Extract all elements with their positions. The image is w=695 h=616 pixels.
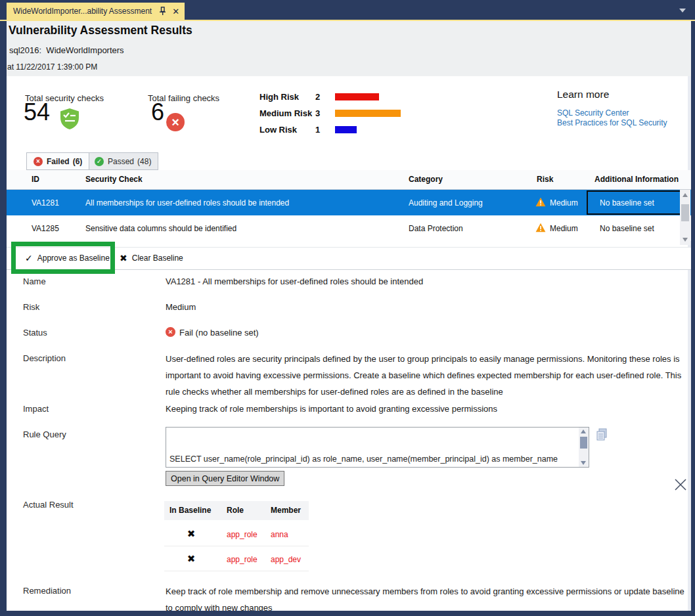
- medium-risk-count: 3: [315, 108, 320, 118]
- server-database-label: sql2016: WideWorldImporters: [9, 45, 124, 55]
- link-best-practices[interactable]: Best Practices for SQL Security: [557, 118, 667, 127]
- shield-checklist-icon: [59, 108, 80, 130]
- tab-close-icon[interactable]: ✕: [172, 7, 179, 16]
- failed-circle-icon: ×: [34, 157, 43, 166]
- not-in-baseline-x-icon: ✖: [181, 528, 201, 540]
- tab-failed[interactable]: × Failed (6): [26, 152, 89, 170]
- col-id[interactable]: ID: [32, 175, 39, 184]
- low-risk-count: 1: [315, 125, 320, 135]
- failing-checks-value: 6: [151, 99, 164, 126]
- clear-baseline-label: Clear Baseline: [132, 253, 183, 263]
- assessment-document: Vulnerability Assessment Results sql2016…: [7, 21, 691, 611]
- low-risk-bar: [335, 126, 357, 133]
- copy-icon[interactable]: [596, 428, 608, 441]
- result-member: anna: [271, 530, 288, 539]
- result-member: app_dev: [271, 555, 301, 564]
- high-risk-bar: [335, 93, 379, 100]
- result-table-header: In Baseline Role Member: [164, 501, 309, 520]
- annotation-highlight-box: [11, 242, 115, 274]
- cell-category: Data Protection: [409, 224, 463, 233]
- risk-value: Medium: [166, 302, 196, 312]
- tab-passed[interactable]: ✓ Passed (48): [87, 152, 158, 170]
- document-tab[interactable]: WideWorldImporter...ability Assessment ✕: [7, 3, 185, 20]
- cell-check: Sensitive data columns should be identif…: [85, 224, 236, 233]
- fail-circle-icon: ×: [166, 113, 185, 131]
- rule-query-textbox[interactable]: SELECT user_name(role_principal_id) as r…: [166, 427, 589, 468]
- rule-query-line: SELECT user_name(role_principal_id) as r…: [169, 453, 575, 466]
- grid-header-row: ID Security Check Category Risk Addition…: [7, 170, 691, 190]
- document-tab-strip: WideWorldImporter...ability Assessment ✕: [0, 0, 695, 20]
- impact-value: Keeping track of role memberships is imp…: [166, 404, 497, 414]
- page-title: Vulnerability Assessment Results: [9, 24, 192, 37]
- col-in-baseline: In Baseline: [169, 506, 211, 515]
- detail-close-icon[interactable]: [673, 477, 688, 492]
- status-label: Status: [23, 328, 47, 338]
- warning-triangle-icon: [535, 223, 546, 232]
- cell-category: Auditing and Logging: [409, 198, 483, 208]
- cell-risk: Medium: [550, 224, 578, 233]
- document-tab-title: WideWorldImporter...ability Assessment: [13, 7, 152, 16]
- open-in-query-editor-button[interactable]: Open in Query Editor Window: [166, 471, 284, 486]
- col-member: Member: [271, 506, 301, 515]
- clear-baseline-button[interactable]: ✖ Clear Baseline: [120, 253, 183, 263]
- medium-risk-bar: [335, 110, 401, 117]
- grid-scrollbar[interactable]: [680, 190, 690, 245]
- learn-more-title: Learn more: [557, 89, 609, 100]
- medium-risk-label: Medium Risk: [259, 108, 312, 118]
- total-checks-value: 54: [24, 99, 50, 126]
- cell-check: All memberships for user-defined roles s…: [85, 198, 289, 208]
- scroll-up-icon[interactable]: [581, 429, 586, 433]
- passed-circle-icon: ✓: [95, 157, 104, 166]
- remediation-label: Remediation: [23, 586, 71, 596]
- grid-row-va1281[interactable]: VA1281 All memberships for user-defined …: [7, 190, 691, 215]
- col-category[interactable]: Category: [409, 175, 443, 184]
- tab-passed-count: (48): [137, 157, 151, 166]
- tab-well-chevron-icon[interactable]: [679, 9, 686, 12]
- pin-icon[interactable]: [158, 7, 167, 16]
- low-risk-label: Low Risk: [259, 125, 297, 135]
- warning-triangle-icon: [535, 197, 546, 207]
- high-risk-label: High Risk: [259, 92, 299, 102]
- x-icon: ✖: [120, 253, 127, 263]
- result-row: ✖ app_role app_dev: [164, 546, 309, 571]
- not-in-baseline-x-icon: ✖: [181, 553, 201, 565]
- tab-passed-label: Passed: [108, 157, 134, 166]
- description-label: Description: [23, 353, 66, 363]
- high-risk-count: 2: [315, 92, 320, 102]
- description-value: User-defined roles are security principa…: [166, 351, 684, 400]
- result-role: app_role: [227, 530, 258, 539]
- grid-row-va1285[interactable]: VA1285 Sensitive data columns should be …: [7, 215, 691, 241]
- application-window: WideWorldImporter...ability Assessment ✕…: [0, 0, 695, 616]
- cell-risk: Medium: [550, 198, 578, 208]
- tab-failed-label: Failed: [47, 157, 70, 166]
- scroll-down-icon[interactable]: [581, 461, 586, 465]
- query-scrollbar[interactable]: [579, 428, 589, 467]
- name-value: VA1281 - All memberships for user-define…: [166, 276, 423, 286]
- impact-label: Impact: [23, 404, 49, 414]
- actual-result-label: Actual Result: [23, 500, 74, 510]
- result-role: app_role: [227, 555, 258, 564]
- scrollbar-thumb[interactable]: [681, 204, 689, 221]
- result-row: ✖ app_role anna: [164, 521, 309, 546]
- tab-failed-count: (6): [73, 157, 83, 166]
- window-bottom-border: [0, 611, 695, 616]
- risk-label: Risk: [23, 302, 39, 312]
- cell-id: VA1285: [32, 224, 59, 233]
- remediation-value: Keep track of role membership and remove…: [166, 583, 684, 611]
- col-security-check[interactable]: Security Check: [85, 175, 143, 184]
- col-risk[interactable]: Risk: [537, 175, 553, 184]
- link-sql-security-center[interactable]: SQL Security Center: [557, 108, 629, 118]
- focused-cell-outline: [587, 190, 681, 215]
- rule-query-label: Rule Query: [23, 429, 66, 439]
- scrollbar-thumb[interactable]: [580, 437, 587, 449]
- page-header: Vulnerability Assessment Results sql2016…: [7, 21, 691, 76]
- status-value: Fail (no baseline set): [179, 328, 259, 338]
- status-fail-icon: ×: [166, 327, 175, 337]
- cell-id: VA1281: [32, 198, 59, 208]
- col-additional-info[interactable]: Additional Information: [594, 175, 679, 184]
- scroll-down-icon[interactable]: [683, 238, 688, 242]
- scroll-up-icon[interactable]: [683, 193, 688, 197]
- col-role: Role: [227, 506, 244, 515]
- scan-timestamp: at 11/22/2017 1:39:00 PM: [7, 62, 97, 72]
- document-scrollbar[interactable]: [688, 21, 691, 611]
